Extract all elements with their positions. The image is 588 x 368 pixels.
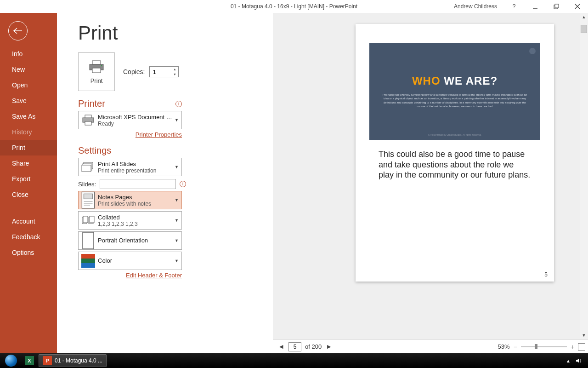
sidebar-item-save[interactable]: Save xyxy=(0,93,57,109)
zoom-slider[interactable] xyxy=(521,346,567,347)
sidebar-item-open[interactable]: Open xyxy=(0,77,57,93)
scroll-up-icon[interactable]: ▲ xyxy=(580,13,588,21)
sidebar-item-share[interactable]: Share xyxy=(0,155,57,171)
powerpoint-icon: P xyxy=(43,356,52,365)
zoom-slider-knob[interactable] xyxy=(535,344,537,349)
preview-slide: WHO WE ARE? Phenomenon whereby something… xyxy=(369,43,540,140)
printer-icon xyxy=(88,60,105,74)
chevron-down-icon: ▼ xyxy=(175,238,179,243)
color-label: Color xyxy=(98,254,173,268)
color-select[interactable]: Color ▼ xyxy=(78,252,182,270)
collate-title: Collated xyxy=(98,214,173,221)
printer-select[interactable]: Microsoft XPS Document W... Ready ▼ xyxy=(78,111,182,129)
slides-label: Slides: xyxy=(78,181,96,188)
zoom-out-button[interactable]: − xyxy=(513,343,518,351)
sidebar-item-info[interactable]: Info xyxy=(0,46,57,62)
window-title: 01 - Motagua 4.0 - 16x9 - Light [MAIN] -… xyxy=(231,3,357,10)
system-tray: ▲ xyxy=(566,357,586,364)
page-number-input[interactable] xyxy=(288,342,301,351)
svg-rect-23 xyxy=(90,216,94,223)
layout-sub: Print slides with notes xyxy=(98,201,173,207)
taskbar-item-label: 01 - Motagua 4.0 ... xyxy=(55,357,102,364)
taskbar-item-excel[interactable]: X xyxy=(21,354,38,367)
collate-select[interactable]: Collated 1,2,3 1,2,3 1,2,3 ▼ xyxy=(78,211,182,230)
windows-taskbar: X P 01 - Motagua 4.0 ... ▲ xyxy=(0,353,588,368)
backstage-sidebar: InfoNewOpenSaveSave AsHistoryPrintShareE… xyxy=(0,13,57,353)
collate-sub: 1,2,3 1,2,3 1,2,3 xyxy=(98,221,173,227)
print-what-sub: Print entire presentation xyxy=(98,167,173,174)
copies-field[interactable] xyxy=(150,69,168,75)
copies-down[interactable]: ▼ xyxy=(171,72,178,77)
notes-page-icon xyxy=(81,193,95,207)
printer-heading: Printer xyxy=(78,98,105,109)
chevron-down-icon: ▼ xyxy=(175,118,179,122)
zoom-in-button[interactable]: + xyxy=(570,343,575,351)
slide-title: WHO WE ARE? xyxy=(369,75,540,87)
orientation-select[interactable]: Portrait Orientation ▼ xyxy=(78,231,182,250)
layout-select[interactable]: Notes Pages Print slides with notes ▼ xyxy=(78,191,182,209)
help-button[interactable]: ? xyxy=(503,0,525,13)
svg-rect-14 xyxy=(82,165,91,172)
zoom-fit-button[interactable] xyxy=(578,343,585,351)
page-total-label: of 200 xyxy=(305,343,322,350)
scroll-down-icon[interactable]: ▼ xyxy=(580,331,588,339)
sidebar-item-account[interactable]: Account xyxy=(0,213,57,229)
scroll-thumb[interactable] xyxy=(581,25,587,33)
back-button[interactable] xyxy=(8,21,28,40)
start-button[interactable] xyxy=(2,354,20,367)
print-button-label: Print xyxy=(90,77,103,84)
print-button[interactable]: Print xyxy=(78,52,115,91)
svg-rect-5 xyxy=(92,61,101,64)
sidebar-item-new[interactable]: New xyxy=(0,62,57,77)
taskbar-item-powerpoint[interactable]: P 01 - Motagua 4.0 ... xyxy=(39,354,107,367)
print-what-select[interactable]: Print All Slides Print entire presentati… xyxy=(78,158,182,176)
tray-chevron-up-icon[interactable]: ▲ xyxy=(566,358,571,363)
svg-rect-7 xyxy=(92,68,101,73)
preview-page-number: 5 xyxy=(544,271,548,278)
print-what-title: Print All Slides xyxy=(98,161,173,167)
titlebar: 01 - Motagua 4.0 - 16x9 - Light [MAIN] -… xyxy=(0,0,588,13)
chevron-down-icon: ▼ xyxy=(175,165,179,169)
sidebar-item-close[interactable]: Close xyxy=(0,187,57,202)
slides-info-icon[interactable]: i xyxy=(180,181,186,187)
settings-heading: Settings xyxy=(78,145,111,156)
volume-icon[interactable] xyxy=(575,357,582,364)
sidebar-item-export[interactable]: Export xyxy=(0,171,57,187)
slides-range-input[interactable] xyxy=(100,179,176,189)
printer-info-icon[interactable]: i xyxy=(175,101,182,107)
slide-body-text: Phenomenon whereby something new and som… xyxy=(381,93,528,109)
printer-status: Ready xyxy=(98,121,173,127)
zoom-percent[interactable]: 53% xyxy=(498,343,510,350)
minimize-button[interactable] xyxy=(525,0,546,13)
sidebar-item-print[interactable]: Print xyxy=(0,140,57,155)
restore-button[interactable] xyxy=(546,0,567,13)
prev-page-button[interactable]: ◀ xyxy=(277,344,285,350)
edit-header-footer-link[interactable]: Edit Header & Footer xyxy=(78,272,182,279)
slide-footer-text: A Presentation by CreativeSlides. All ri… xyxy=(369,133,540,136)
collate-icon xyxy=(81,213,95,227)
next-page-button[interactable]: ▶ xyxy=(325,344,333,350)
printer-properties-link[interactable]: Printer Properties xyxy=(78,131,182,138)
close-button[interactable] xyxy=(567,0,588,13)
printer-name: Microsoft XPS Document W... xyxy=(98,114,173,121)
printer-device-icon xyxy=(81,113,95,127)
user-name[interactable]: Andrew Childress xyxy=(454,3,497,10)
arrow-left-icon xyxy=(13,28,23,34)
copies-label: Copies: xyxy=(123,68,145,75)
sidebar-item-feedback[interactable]: Feedback xyxy=(0,229,57,245)
chevron-down-icon: ▼ xyxy=(175,259,179,263)
preview-page: WHO WE ARE? Phenomenon whereby something… xyxy=(356,24,554,282)
chevron-down-icon: ▼ xyxy=(175,218,179,223)
layout-title: Notes Pages xyxy=(98,194,173,201)
sidebar-item-saveas[interactable]: Save As xyxy=(0,109,57,124)
print-preview-pane: WHO WE ARE? Phenomenon whereby something… xyxy=(273,13,588,353)
preview-notes-text: This could also be a good time to pause … xyxy=(379,149,531,180)
preview-scrollbar[interactable]: ▲ ▼ xyxy=(580,13,588,339)
copies-up[interactable]: ▲ xyxy=(171,67,178,72)
sidebar-item-history[interactable]: History xyxy=(0,124,57,140)
copies-input[interactable]: ▲ ▼ xyxy=(149,66,179,77)
slide-decor-dot xyxy=(529,48,536,54)
excel-icon: X xyxy=(25,356,34,365)
sidebar-item-options[interactable]: Options xyxy=(0,245,57,260)
color-swatch-icon xyxy=(81,254,95,268)
